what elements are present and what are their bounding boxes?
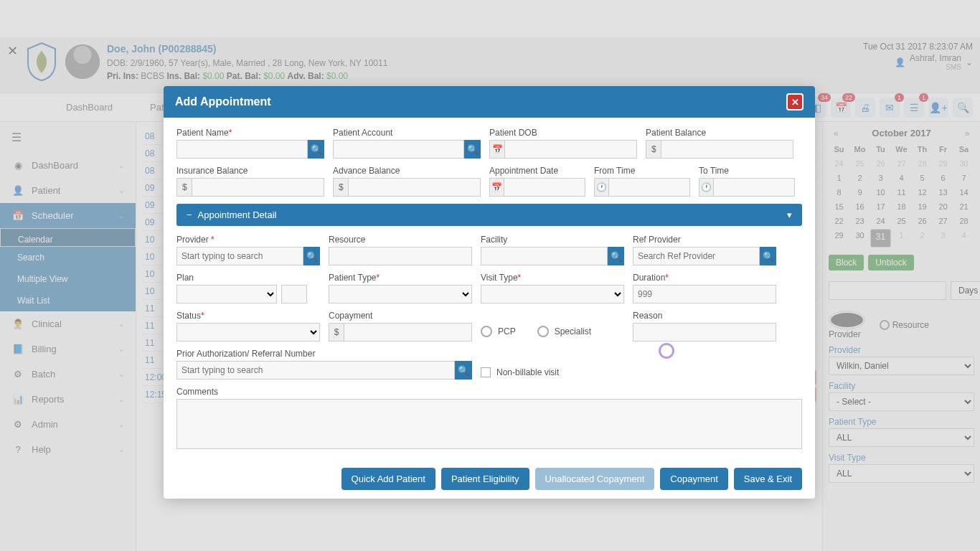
ref-provider-input[interactable] — [633, 247, 760, 265]
status-select[interactable] — [176, 323, 320, 342]
calendar-icon[interactable]: 📅 — [489, 140, 504, 159]
save-exit-button[interactable]: Save & Exit — [734, 468, 802, 490]
from-time-input[interactable] — [608, 178, 690, 197]
copayment-button[interactable]: Copayment — [660, 468, 727, 490]
search-icon[interactable]: 🔍 — [760, 247, 776, 265]
copayment-label: Copayment — [329, 311, 472, 321]
provider-label: Provider * — [176, 235, 320, 245]
resource-label: Resource — [329, 235, 472, 245]
patient-account-input[interactable] — [333, 140, 464, 159]
modal-close-icon[interactable]: ✕ — [786, 93, 804, 110]
patient-type-label: Patient Type* — [329, 273, 472, 283]
reason-input[interactable] — [633, 323, 776, 342]
facility-input[interactable] — [481, 247, 608, 265]
patient-dob-label: Patient DOB — [489, 128, 637, 138]
patient-name-label: Patient Name* — [176, 128, 324, 138]
quick-add-patient-button[interactable]: Quick Add Patient — [341, 468, 435, 490]
patient-dob-input[interactable] — [504, 140, 637, 159]
non-billable-checkbox[interactable]: Non-billable visit — [481, 367, 624, 377]
search-icon[interactable]: 🔍 — [464, 140, 481, 159]
search-icon[interactable]: 🔍 — [608, 247, 624, 265]
calendar-icon[interactable]: 📅 — [489, 178, 504, 197]
duration-label: Duration* — [633, 273, 776, 283]
insurance-balance-input[interactable] — [192, 178, 324, 197]
unallocated-copayment-button[interactable]: Unallocated Copayment — [535, 468, 655, 490]
comments-input[interactable] — [176, 399, 802, 449]
copayment-input[interactable] — [344, 323, 472, 342]
comments-label: Comments — [176, 387, 802, 397]
plan-label: Plan — [176, 273, 320, 283]
clock-icon[interactable]: 🕐 — [699, 178, 713, 197]
specialist-radio[interactable]: Specialist — [537, 326, 591, 337]
resource-input[interactable] — [329, 247, 472, 265]
patient-name-input[interactable] — [176, 140, 308, 159]
prior-auth-input[interactable] — [176, 361, 455, 380]
add-appointment-modal: Add Appointment ✕ Patient Name* 🔍 Patien… — [164, 86, 815, 499]
visit-type-select[interactable] — [481, 285, 624, 303]
patient-type-select[interactable] — [329, 285, 472, 303]
advance-balance-label: Advance Balance — [333, 166, 481, 176]
plan-code-input[interactable] — [281, 285, 307, 303]
reason-label: Reason — [633, 311, 776, 321]
patient-balance-label: Patient Balance — [646, 128, 793, 138]
to-time-label: To Time — [699, 166, 795, 176]
pcp-radio[interactable]: PCP — [481, 326, 516, 337]
clock-icon[interactable]: 🕐 — [594, 178, 608, 197]
appointment-date-input[interactable] — [504, 178, 585, 197]
search-icon[interactable]: 🔍 — [455, 361, 472, 380]
plan-select[interactable] — [176, 285, 277, 303]
patient-balance-input[interactable] — [661, 140, 793, 159]
insurance-balance-label: Insurance Balance — [176, 166, 324, 176]
chevron-down-icon: ▾ — [787, 209, 792, 220]
facility-label: Facility — [481, 235, 624, 245]
advance-balance-input[interactable] — [348, 178, 481, 197]
search-icon[interactable]: 🔍 — [303, 247, 320, 265]
patient-account-label: Patient Account — [333, 128, 481, 138]
duration-input[interactable] — [633, 285, 776, 303]
visit-type-label: Visit Type* — [481, 273, 624, 283]
provider-input[interactable] — [176, 247, 303, 265]
status-label: Status* — [176, 311, 320, 321]
to-time-input[interactable] — [713, 178, 795, 197]
ref-provider-label: Ref Provider — [633, 235, 776, 245]
prior-auth-label: Prior Authorization/ Referral Number — [176, 349, 472, 359]
from-time-label: From Time — [594, 166, 690, 176]
appointment-date-label: Appointment Date — [489, 166, 585, 176]
patient-eligibility-button[interactable]: Patient Eligibility — [441, 468, 529, 490]
modal-title: Add Appointment — [175, 95, 271, 108]
search-icon[interactable]: 🔍 — [308, 140, 324, 159]
appointment-detail-section[interactable]: −Appointment Detail ▾ — [176, 204, 802, 226]
